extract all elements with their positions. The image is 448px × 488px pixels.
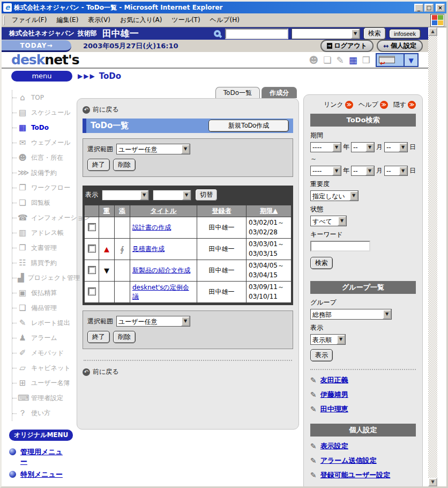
period-to-month-select[interactable]: --▼ bbox=[351, 166, 375, 176]
sidebar-item-memo-pad[interactable]: ✐メモパッド bbox=[12, 345, 77, 360]
logout-button[interactable]: → ログアウト bbox=[320, 40, 374, 52]
menu-button[interactable]: menu bbox=[11, 71, 72, 82]
tab-todo-list[interactable]: ToDo一覧 bbox=[215, 87, 260, 98]
document-icon[interactable]: ❏ bbox=[323, 55, 331, 65]
menubar-item[interactable]: ファイル(F) bbox=[7, 13, 51, 27]
header-registrant[interactable]: 登録者 bbox=[197, 205, 247, 217]
sidebar-item-payment-settlement[interactable]: ▣仮払精算 bbox=[12, 285, 77, 300]
stacked-docs-icon[interactable]: ❒ bbox=[362, 55, 370, 65]
menubar-item[interactable]: 編集(E) bbox=[51, 13, 83, 27]
member-link[interactable]: 田中理恵 bbox=[320, 404, 348, 414]
toolbar-grip[interactable] bbox=[3, 16, 5, 25]
header-search-button[interactable]: 検索 bbox=[363, 27, 386, 40]
todo-title-link[interactable]: 新製品の紹介文作成 bbox=[132, 267, 190, 274]
finish-button[interactable]: 終了 bbox=[87, 331, 110, 343]
personal-setting-link[interactable]: アラーム送信設定 bbox=[320, 456, 377, 465]
sidebar-item-document-management[interactable]: ❒文書管理 bbox=[12, 240, 77, 255]
range-select[interactable]: ユーザー任意 ▼ bbox=[116, 316, 190, 327]
close-button[interactable]: × bbox=[436, 4, 445, 12]
member-link[interactable]: 伊藤靖男 bbox=[320, 390, 348, 400]
row-checkbox[interactable] bbox=[88, 267, 95, 273]
maximize-button[interactable]: □ bbox=[424, 4, 434, 12]
row-checkbox[interactable] bbox=[88, 224, 95, 231]
todo-title-link[interactable]: 設計書の作成 bbox=[132, 224, 171, 231]
period-from-year-select[interactable]: ----▼ bbox=[310, 142, 341, 152]
search-target-select[interactable]: （選んでください） ▼ bbox=[292, 28, 360, 39]
vertical-scrollbar[interactable]: ▲ ▼ bbox=[428, 27, 437, 486]
keyword-input[interactable] bbox=[310, 241, 370, 252]
sidebar-item-workflow[interactable]: ❐ワークフロー bbox=[12, 180, 77, 195]
panel-link-links[interactable]: リンク≫ bbox=[324, 100, 353, 109]
tab-created[interactable]: 作成分 bbox=[262, 87, 297, 98]
period-to-day-select[interactable]: --▼ bbox=[384, 166, 408, 176]
sidebar-item-how-to-use[interactable]: ？使い方 bbox=[12, 405, 77, 421]
header-attachment[interactable]: 添 bbox=[115, 205, 130, 217]
scroll-down-button[interactable]: ▼ bbox=[428, 478, 437, 486]
sidebar-item-top[interactable]: ⌂TOP bbox=[12, 90, 77, 105]
group-select[interactable]: 総務部▼ bbox=[310, 309, 392, 320]
original-menu-link[interactable]: 特別メニュー bbox=[20, 470, 63, 479]
sidebar-item-alarm[interactable]: ♟アラーム bbox=[12, 330, 77, 345]
header-importance[interactable]: 重 bbox=[99, 205, 115, 217]
sidebar-item-facility-booking[interactable]: ⋙設備予約 bbox=[12, 165, 77, 180]
sidebar-item-information[interactable]: ☎インフォメーション bbox=[12, 210, 77, 225]
original-menu-link[interactable]: 管理用メニュー bbox=[20, 447, 67, 467]
switch-button[interactable]: 切替 bbox=[195, 189, 218, 201]
header-title[interactable]: タイトル bbox=[130, 205, 197, 217]
row-checkbox[interactable] bbox=[88, 288, 95, 295]
member-link[interactable]: 友田正義 bbox=[320, 375, 348, 385]
menubar-item[interactable]: 表示(V) bbox=[83, 13, 115, 27]
side-search-button[interactable]: 検索 bbox=[310, 257, 333, 269]
back-link[interactable]: ↶ 前に戻る bbox=[83, 105, 293, 114]
panel-link-hide[interactable]: 隠す≫ bbox=[393, 100, 416, 109]
global-search-input[interactable] bbox=[225, 28, 288, 39]
scroll-up-button[interactable]: ▲ bbox=[428, 27, 437, 36]
sidebar-item-todo[interactable]: ▦ToDo bbox=[12, 120, 77, 135]
header-deadline[interactable]: 期限▲ bbox=[247, 205, 292, 217]
status-select[interactable]: すべて▼ bbox=[310, 216, 347, 226]
row-checkbox[interactable] bbox=[88, 245, 95, 252]
sidebar-item-address-book[interactable]: ▥アドレス帳 bbox=[12, 225, 77, 240]
infoseek-button[interactable]: infoseek bbox=[389, 29, 421, 39]
sidebar-item-cabinet[interactable]: ▱キャビネット bbox=[12, 360, 77, 375]
minimize-button[interactable]: _ bbox=[414, 4, 423, 12]
menubar-item[interactable]: ヘルプ(H) bbox=[205, 13, 244, 27]
personal-setting-link[interactable]: 表示設定 bbox=[320, 441, 348, 451]
user-icon[interactable]: ☻ bbox=[309, 55, 318, 65]
edit-document-icon[interactable]: ✎ bbox=[336, 55, 344, 65]
todo-grid-icon[interactable]: ▦ bbox=[349, 55, 357, 65]
period-to-year-select[interactable]: ----▼ bbox=[310, 166, 341, 176]
sidebar-item-schedule[interactable]: ▤スケジュール bbox=[12, 105, 77, 120]
delete-button[interactable]: 削除 bbox=[113, 331, 136, 343]
sidebar-item-webmail[interactable]: ✉ウェブメール bbox=[12, 135, 77, 150]
sidebar-item-project-management[interactable]: ▟プロジェクト管理 bbox=[12, 270, 77, 285]
new-todo-button[interactable]: 新規ToDo作成 bbox=[208, 120, 289, 132]
delete-button[interactable]: 削除 bbox=[113, 159, 136, 171]
sidebar-item-report-submission[interactable]: ✎レポート提出 bbox=[12, 315, 77, 330]
finish-button[interactable]: 終了 bbox=[87, 159, 110, 171]
display-button[interactable]: 表示 bbox=[310, 349, 333, 361]
sidebar-item-purchase-booking[interactable]: ☷購買予約 bbox=[12, 255, 77, 270]
sidebar-item-admin-settings[interactable]: ⌨管理者設定 bbox=[12, 390, 77, 405]
personal-settings-button[interactable]: ↔ 個人設定 bbox=[377, 40, 423, 52]
range-select[interactable]: ユーザー任意 ▼ bbox=[116, 144, 190, 154]
period-from-month-select[interactable]: --▼ bbox=[351, 142, 375, 152]
sidebar-item-equipment-management[interactable]: ❑備品管理 bbox=[12, 300, 77, 315]
sidebar-item-circular-board[interactable]: ❏回覧板 bbox=[12, 195, 77, 210]
sidebar-item-user-directory[interactable]: ⊞ユーザー名簿 bbox=[12, 375, 77, 390]
display-order-select[interactable]: 表示順▼ bbox=[310, 334, 346, 345]
panel-link-help[interactable]: ヘルプ≫ bbox=[359, 100, 388, 109]
importance-select[interactable]: 指定しない▼ bbox=[310, 190, 359, 201]
todo-title-link[interactable]: 見積書作成 bbox=[132, 245, 165, 253]
chevron-down-icon[interactable]: ▼ bbox=[405, 54, 417, 66]
sidebar-item-message-presence[interactable]: ☻伝言・所在 bbox=[12, 150, 77, 165]
category-filter-select[interactable]: （すべて） ▼ bbox=[102, 190, 149, 201]
menubar-item[interactable]: お気に入り(A) bbox=[115, 13, 167, 27]
window-switch-widget[interactable]: ↩ ▼ bbox=[376, 53, 419, 67]
personal-setting-link[interactable]: 登録可能ユーザー設定 bbox=[320, 470, 391, 480]
menubar-item[interactable]: ツール(T) bbox=[167, 13, 205, 27]
todo-title-link[interactable]: desknet'sの定例会議 bbox=[132, 284, 189, 300]
status-filter-select[interactable]: 作業中 ▼ bbox=[153, 190, 191, 201]
period-from-day-select[interactable]: --▼ bbox=[384, 142, 408, 152]
back-link-bottom[interactable]: ↶ 前に戻る bbox=[83, 367, 293, 376]
